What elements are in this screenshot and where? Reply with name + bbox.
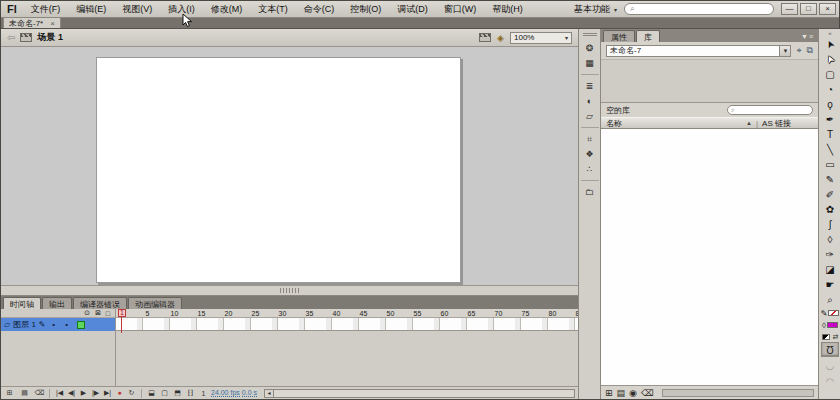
- outline-layers-icon[interactable]: □: [106, 310, 110, 317]
- onion-skin-button[interactable]: ⬓: [146, 389, 157, 397]
- panel-tab[interactable]: 属性: [603, 30, 635, 42]
- frames-area[interactable]: 1510152025303540455055606570758085: [116, 309, 578, 386]
- straighten-button[interactable]: ◠: [821, 374, 839, 389]
- loop-button[interactable]: ↻: [126, 389, 137, 397]
- menu-item[interactable]: 视图(V): [114, 2, 160, 17]
- stage-horizontal-scrollbar[interactable]: [1, 285, 578, 295]
- lasso-tool[interactable]: ϙ: [821, 97, 839, 112]
- oval-tool[interactable]: ▭: [821, 157, 839, 172]
- text-tool[interactable]: T: [821, 127, 839, 142]
- sort-ascending-icon[interactable]: ▲: [746, 120, 752, 126]
- snap-to-objects-button[interactable]: Ω: [821, 342, 839, 357]
- timeline-horizontal-scrollbar[interactable]: ◂: [264, 389, 575, 398]
- line-tool[interactable]: ╲: [821, 142, 839, 157]
- new-symbol-button[interactable]: ⊞: [605, 388, 613, 398]
- 3d-rotation-tool[interactable]: ◔: [821, 82, 839, 97]
- close-button[interactable]: ×: [819, 3, 836, 15]
- maximize-button[interactable]: □: [800, 3, 817, 15]
- layer-visibility-dot[interactable]: •: [49, 320, 59, 329]
- deco-tool[interactable]: ✿: [821, 202, 839, 217]
- fps-value[interactable]: 24.00 fps: [211, 389, 240, 397]
- menu-item[interactable]: 命令(C): [296, 2, 343, 17]
- modify-markers-button[interactable]: ⁅⁆: [185, 389, 196, 397]
- elapsed-time-value[interactable]: 0.0 s: [242, 389, 257, 397]
- search-input[interactable]: ⌕: [624, 3, 774, 15]
- panel-resize-grip[interactable]: [280, 288, 300, 293]
- lock-layers-icon[interactable]: ⊠: [95, 309, 101, 317]
- eraser-tool[interactable]: ◪: [821, 262, 839, 277]
- item-properties-button[interactable]: ◉: [629, 388, 637, 398]
- library-horizontal-scrollbar[interactable]: [662, 389, 814, 397]
- smooth-button[interactable]: ◡: [821, 358, 839, 373]
- back-arrow-icon[interactable]: ⇦: [7, 32, 15, 43]
- delete-layer-button[interactable]: ⌫: [34, 389, 45, 397]
- layer-outline-color-swatch[interactable]: [77, 321, 85, 329]
- swatches-panel-icon[interactable]: ▦: [581, 55, 599, 70]
- menu-item[interactable]: 修改(M): [203, 2, 251, 17]
- new-folder-button[interactable]: ▤: [617, 388, 626, 398]
- as-linkage-column-header[interactable]: AS 链接: [762, 118, 791, 129]
- stroke-color-control[interactable]: ✎: [820, 307, 840, 319]
- play-button[interactable]: ▶: [78, 389, 89, 397]
- step-forward-button[interactable]: |▶: [90, 389, 101, 397]
- timeline-tab[interactable]: 时间轴: [3, 297, 41, 309]
- hand-tool[interactable]: ☛: [821, 277, 839, 292]
- fill-color-swatch[interactable]: [827, 322, 838, 328]
- edit-symbol-button[interactable]: ◈: [497, 33, 504, 43]
- step-back-button[interactable]: ◀|: [66, 389, 77, 397]
- name-column-header[interactable]: 名称: [606, 118, 622, 129]
- code-snippets-panel-icon[interactable]: ⌗: [581, 127, 599, 146]
- scrollbar-thumb[interactable]: [274, 390, 574, 397]
- panel-menu-icon[interactable]: ▼≡: [801, 33, 818, 42]
- menu-item[interactable]: 控制(O): [342, 2, 389, 17]
- dock-drag-handle[interactable]: [583, 33, 597, 36]
- pin-library-icon[interactable]: ⌖: [796, 45, 801, 56]
- brush-tool[interactable]: ✐: [821, 187, 839, 202]
- edit-multiple-frames-button[interactable]: ⬒: [172, 389, 183, 397]
- menu-item[interactable]: 文本(T): [250, 2, 296, 17]
- eyedropper-tool[interactable]: ✑: [821, 247, 839, 262]
- timeline-tab[interactable]: 输出: [42, 297, 72, 309]
- frame-ruler[interactable]: 1510152025303540455055606570758085: [116, 309, 578, 318]
- library-document-select[interactable]: 未命名-7 ▼: [606, 45, 791, 57]
- project-panel-icon[interactable]: 🗀: [581, 180, 599, 199]
- components-panel-icon[interactable]: ❖: [581, 146, 599, 161]
- black-white-button[interactable]: [822, 334, 830, 340]
- new-layer-button[interactable]: ⊞: [4, 389, 15, 397]
- timeline-tab[interactable]: 编译器错误: [73, 297, 127, 309]
- delete-item-button[interactable]: ⌫: [641, 388, 654, 398]
- layer-frames-row[interactable]: [116, 318, 578, 331]
- center-frame-button[interactable]: ●: [114, 389, 125, 397]
- pen-tool[interactable]: ✒: [821, 112, 839, 127]
- scroll-left-icon[interactable]: ◂: [265, 390, 274, 397]
- library-search-input[interactable]: ⌕: [727, 105, 813, 115]
- zoom-tool[interactable]: ⌕: [821, 292, 839, 307]
- tab-close-icon[interactable]: ×: [50, 19, 55, 28]
- motion-presets-panel-icon[interactable]: ∴: [581, 161, 599, 176]
- layer-name[interactable]: 图层 1: [13, 319, 36, 330]
- minimize-button[interactable]: —: [781, 3, 798, 15]
- document-tab[interactable]: 未命名-7* ×: [3, 17, 61, 28]
- info-panel-icon[interactable]: ◐: [581, 93, 599, 108]
- playhead[interactable]: [121, 317, 122, 333]
- library-item-list[interactable]: [601, 129, 818, 385]
- transform-panel-icon[interactable]: ▱: [581, 108, 599, 123]
- menu-item[interactable]: 编辑(E): [68, 2, 114, 17]
- new-folder-button[interactable]: ▤: [19, 389, 30, 397]
- onion-skin-outlines-button[interactable]: ▢: [159, 389, 170, 397]
- show-hide-layers-icon[interactable]: ⊙: [84, 309, 90, 317]
- menu-item[interactable]: 窗口(W): [436, 2, 485, 17]
- goto-first-frame-button[interactable]: |◀: [54, 389, 65, 397]
- layer-lock-dot[interactable]: •: [62, 320, 72, 329]
- panel-tab[interactable]: 库: [636, 30, 660, 42]
- new-library-panel-icon[interactable]: ⧉: [807, 45, 813, 56]
- color-panel-icon[interactable]: ❂: [581, 40, 599, 55]
- align-panel-icon[interactable]: ≣: [581, 74, 599, 93]
- goto-last-frame-button[interactable]: ▶|: [102, 389, 113, 397]
- paint-bucket-tool[interactable]: ◊: [821, 232, 839, 247]
- workspace-switcher[interactable]: 基本功能 ▾: [574, 3, 617, 16]
- zoom-level-select[interactable]: 100% ▾: [510, 32, 572, 44]
- menu-item[interactable]: 文件(F): [23, 2, 69, 17]
- timeline-tab[interactable]: 动画编辑器: [128, 297, 182, 309]
- edit-scene-button[interactable]: [479, 33, 491, 42]
